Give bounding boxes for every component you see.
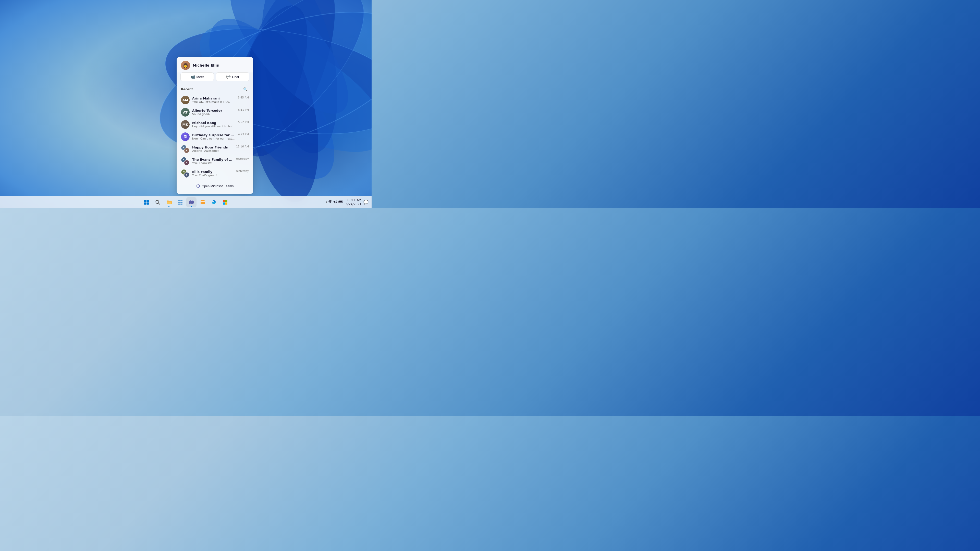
message-preview: Hey, did you still want to borrow the no…	[192, 125, 235, 128]
meet-button[interactable]: 📹 Meet	[180, 73, 214, 81]
svg-rect-13	[144, 200, 146, 202]
avatar: AT	[181, 108, 189, 117]
store-wrap	[220, 197, 230, 207]
list-item[interactable]: M E Ellis Family You: That's great! Yest…	[179, 167, 251, 179]
active-indicator	[169, 206, 169, 207]
search-button[interactable]: 🔍	[242, 86, 249, 93]
file-explorer-wrap	[164, 197, 174, 207]
contact-name: Arina Maharani	[192, 97, 235, 100]
svg-rect-19	[178, 200, 180, 201]
search-taskbar-button[interactable]	[153, 197, 163, 207]
chat-label: Chat	[232, 75, 239, 79]
list-item[interactable]: 🗓 Birthday surprise for Mum Noel: Can't …	[179, 130, 251, 143]
svg-rect-21	[178, 202, 180, 203]
notification-icon[interactable]: 💬	[363, 200, 369, 205]
list-item[interactable]: E F The Evans Family of Supers You: Than…	[179, 155, 251, 167]
svg-rect-15	[144, 202, 146, 205]
svg-rect-29	[223, 200, 225, 202]
teams-chat-wrap	[186, 197, 197, 207]
recent-header: Recent 🔍	[177, 84, 253, 94]
message-preview: Alberto: Awesome!	[192, 149, 234, 152]
message-time: 5:22 PM	[238, 120, 249, 124]
svg-rect-35	[339, 201, 342, 203]
system-clock[interactable]: 11:11 AM 6/24/2021	[345, 198, 361, 206]
clock-time: 11:11 AM	[345, 198, 361, 202]
chat-icon: 💬	[226, 75, 231, 79]
open-teams-button[interactable]: ⬡ Open Microsoft Teams	[180, 182, 249, 191]
message-preview: Sound good?	[192, 113, 235, 116]
battery-icon[interactable]	[339, 200, 344, 204]
search-wrap	[153, 197, 163, 207]
open-teams-label: Open Microsoft Teams	[202, 184, 234, 188]
list-item[interactable]: A B Happy Hour Friends Alberto: Awesome!…	[179, 143, 251, 155]
contact-name: Happy Hour Friends	[192, 145, 234, 149]
clock-date: 6/24/2021	[345, 202, 361, 206]
avatar: E F	[181, 157, 189, 165]
svg-point-27	[190, 200, 191, 201]
start-button-wrap	[142, 197, 151, 207]
chevron-icon[interactable]: ∧	[325, 200, 327, 204]
svg-rect-23	[178, 203, 180, 205]
svg-point-33	[330, 203, 331, 203]
svg-rect-16	[147, 202, 149, 205]
list-item[interactable]: MK Michael Kang Hey, did you still want …	[179, 118, 251, 130]
svg-rect-14	[147, 200, 149, 202]
svg-point-28	[192, 200, 192, 201]
message-time: 4:23 PM	[238, 132, 249, 136]
panel-header: 👩 Michelle Ellis	[177, 57, 253, 73]
avatar: 🗓	[181, 132, 189, 141]
svg-rect-30	[225, 200, 228, 202]
teams-logo: ⬡	[196, 184, 200, 189]
message-preview: You: Thanks!!!	[192, 162, 233, 165]
svg-rect-31	[223, 202, 225, 205]
avatar: MK	[181, 120, 189, 129]
edge-button[interactable]	[209, 197, 219, 207]
message-preview: You: OK, let's make it 3:00.	[192, 100, 235, 103]
start-button[interactable]	[142, 197, 151, 207]
explorer-wrap	[197, 197, 208, 207]
recent-label: Recent	[181, 87, 193, 91]
svg-rect-22	[180, 202, 183, 203]
chat-button[interactable]: 💬 Chat	[216, 73, 249, 81]
chat-panel: 👩 Michelle Ellis 📹 Meet 💬 Chat Recent 🔍 …	[177, 57, 253, 194]
user-avatar: 👩	[181, 61, 190, 70]
contact-name: Alberto Tercedor	[192, 109, 235, 113]
message-preview: Noel: Can't wait for our next catch up!	[192, 137, 235, 140]
svg-rect-20	[180, 200, 183, 201]
widgets-button[interactable]	[175, 197, 185, 207]
user-name: Michelle Ellis	[192, 63, 219, 67]
message-time: Yesterday	[236, 169, 249, 172]
svg-rect-32	[225, 202, 228, 205]
message-time: 8:45 AM	[238, 96, 249, 99]
list-item[interactable]: AT Alberto Tercedor Sound good? 6:11 PM	[179, 106, 251, 118]
contact-name: Michael Kang	[192, 121, 235, 125]
store-button[interactable]	[220, 197, 230, 207]
svg-line-18	[159, 203, 160, 204]
widgets-wrap	[175, 197, 185, 207]
contact-name: Ellis Family	[192, 170, 233, 174]
system-tray: ∧	[325, 198, 369, 206]
active-indicator	[191, 206, 192, 207]
video-icon: 📹	[191, 75, 195, 79]
message-time: 11:16 AM	[236, 144, 249, 148]
tray-icons: ∧	[325, 200, 344, 205]
taskbar: ∧	[0, 196, 372, 208]
meet-label: Meet	[197, 75, 204, 79]
avatar: A B	[181, 144, 189, 153]
message-preview: You: That's great!	[192, 174, 233, 177]
message-time: Yesterday	[236, 157, 249, 160]
wifi-icon[interactable]	[328, 200, 332, 205]
avatar: M E	[181, 169, 189, 178]
edge-wrap	[209, 197, 219, 207]
contact-name: Birthday surprise for Mum	[192, 133, 235, 137]
svg-rect-24	[180, 203, 183, 205]
list-item[interactable]: AM Arina Maharani You: OK, let's make it…	[179, 94, 251, 106]
volume-icon[interactable]	[333, 200, 337, 205]
chat-list: AM Arina Maharani You: OK, let's make it…	[177, 94, 253, 179]
message-time: 6:11 PM	[238, 108, 249, 111]
explorer-button[interactable]	[197, 197, 208, 207]
taskbar-center	[142, 197, 230, 207]
svg-rect-36	[343, 201, 344, 202]
action-buttons: 📹 Meet 💬 Chat	[177, 73, 253, 84]
contact-name: The Evans Family of Supers	[192, 158, 233, 162]
